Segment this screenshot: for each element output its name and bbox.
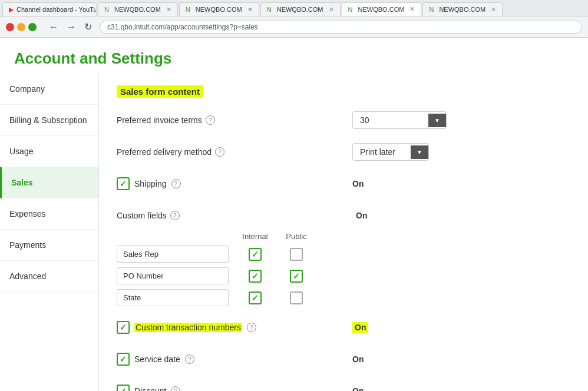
browser-bar: ← → ↻ c31.qbo.intuit.com/app/accountsett…: [0, 16, 588, 38]
discount-checkbox[interactable]: [117, 385, 130, 391]
delivery-method-select[interactable]: Print later ▼: [352, 143, 429, 161]
page-title: Account and Settings: [0, 38, 588, 74]
sidebar-item-expenses[interactable]: Expenses: [0, 198, 98, 230]
internal-column-header: Internal: [234, 232, 276, 241]
custom-fields-section: Custom fields ? On Internal Public: [117, 205, 570, 306]
service-date-checkbox-group: Service date ?: [117, 353, 352, 366]
preferred-invoice-terms-help-icon[interactable]: ?: [206, 115, 215, 125]
sidebar-item-billing[interactable]: Billing & Subscription: [0, 105, 98, 136]
sidebar: Company Billing & Subscription Usage Sal…: [0, 74, 99, 391]
service-date-label: Service date: [134, 354, 180, 364]
browser-tab-2[interactable]: N NEWQBO.COM ✕: [98, 2, 178, 16]
shipping-checkbox-group: Shipping ?: [117, 177, 352, 190]
custom-field-name-input-1[interactable]: [117, 246, 229, 263]
preferred-delivery-method-text: Preferred delivery method: [117, 147, 212, 157]
custom-field-row-2: [117, 267, 570, 284]
refresh-button[interactable]: ↻: [81, 20, 95, 34]
page-content: Account and Settings Company Billing & S…: [0, 38, 588, 391]
favicon-4: N: [267, 6, 274, 13]
content-area: Sales form content Preferred invoice ter…: [99, 74, 588, 391]
tab-label-5: NEWQBO.COM: [358, 6, 405, 13]
sales-rep-public-cell: [276, 248, 317, 261]
sidebar-item-company[interactable]: Company: [0, 74, 98, 105]
browser-tab-3[interactable]: N NEWQBO.COM ✕: [179, 2, 259, 16]
shipping-checkbox[interactable]: [117, 177, 130, 190]
state-public-checkbox[interactable]: [290, 291, 303, 304]
sales-rep-internal-checkbox[interactable]: [249, 248, 262, 261]
preferred-invoice-terms-text: Preferred invoice terms: [117, 115, 202, 125]
sidebar-item-usage[interactable]: Usage: [0, 136, 98, 167]
preferred-invoice-terms-row: Preferred invoice terms ? 30 ▼: [117, 110, 570, 131]
favicon-6: N: [429, 6, 436, 13]
custom-transaction-numbers-row: Custom transaction numbers ? On: [117, 317, 570, 338]
sidebar-item-payments[interactable]: Payments: [0, 230, 98, 261]
sales-rep-public-checkbox[interactable]: [290, 248, 303, 261]
po-number-public-cell: [276, 270, 317, 283]
po-number-internal-checkbox[interactable]: [249, 270, 262, 283]
preferred-delivery-method-row: Preferred delivery method ? Print later …: [117, 141, 570, 163]
custom-transaction-numbers-checkbox[interactable]: [117, 321, 130, 334]
section-header: Sales form content: [117, 85, 203, 98]
shipping-status: On: [352, 179, 399, 188]
tab-label-4: NEWQBO.COM: [277, 6, 323, 13]
sales-rep-internal-cell: [234, 248, 276, 261]
address-bar[interactable]: c31.qbo.intuit.com/app/accountsettings?p…: [100, 21, 582, 34]
public-column-header: Public: [276, 232, 317, 241]
po-number-public-checkbox[interactable]: [290, 270, 303, 283]
minimize-button-dot[interactable]: [17, 23, 25, 31]
favicon-2: N: [104, 6, 111, 13]
nav-buttons: ← → ↻: [46, 20, 95, 34]
custom-field-row-3: [117, 289, 570, 306]
tab-label-6: NEWQBO.COM: [439, 6, 485, 13]
close-tab-6[interactable]: ✕: [491, 6, 496, 14]
back-button[interactable]: ←: [46, 21, 61, 34]
custom-fields-label: Custom fields: [117, 211, 167, 220]
custom-fields-header-row: Custom fields ? On: [117, 205, 570, 226]
close-tab-4[interactable]: ✕: [329, 6, 334, 14]
custom-fields-help-icon[interactable]: ?: [170, 211, 180, 220]
state-public-cell: [276, 291, 317, 304]
sidebar-item-sales[interactable]: Sales: [0, 167, 98, 198]
service-date-checkbox[interactable]: [117, 353, 130, 366]
favicon-5: N: [348, 6, 355, 13]
close-button-dot[interactable]: [6, 23, 14, 31]
fields-table-header: Internal Public: [117, 232, 570, 241]
custom-txn-checkbox-group: Custom transaction numbers ?: [117, 321, 352, 334]
delivery-method-arrow-icon[interactable]: ▼: [411, 145, 428, 159]
shipping-help-icon[interactable]: ?: [171, 179, 181, 188]
custom-fields-status: On: [356, 211, 403, 220]
tab-label-2: NEWQBO.COM: [114, 6, 161, 13]
custom-transaction-numbers-status: On: [352, 323, 399, 332]
custom-field-name-input-3[interactable]: [117, 289, 229, 306]
tab-label-3: NEWQBO.COM: [196, 6, 242, 13]
preferred-delivery-method-label: Preferred delivery method ?: [117, 147, 352, 157]
forward-button[interactable]: →: [64, 21, 79, 34]
browser-tab-5[interactable]: N NEWQBO.COM ✕: [342, 2, 422, 16]
state-internal-cell: [234, 291, 276, 304]
browser-tab-6[interactable]: N NEWQBO.COM ✕: [422, 2, 503, 16]
maximize-button-dot[interactable]: [28, 23, 37, 31]
custom-transaction-numbers-help-icon[interactable]: ?: [247, 323, 256, 332]
browser-tabs: ▶ Channel dashboard - YouTube S... ✕ N N…: [0, 0, 588, 16]
custom-field-name-2-cell: [117, 267, 234, 284]
close-tab-2[interactable]: ✕: [166, 6, 171, 14]
close-tab-5[interactable]: ✕: [409, 5, 415, 13]
browser-tab-1[interactable]: ▶ Channel dashboard - YouTube S... ✕: [2, 2, 97, 16]
invoice-terms-select[interactable]: 30 ▼: [352, 111, 447, 129]
discount-help-icon[interactable]: ?: [171, 386, 180, 391]
sidebar-item-advanced[interactable]: Advanced: [0, 261, 98, 292]
discount-status: On: [352, 386, 399, 391]
custom-field-name-input-2[interactable]: [117, 267, 229, 284]
state-internal-checkbox[interactable]: [249, 291, 262, 304]
custom-fields-table: Internal Public: [117, 232, 570, 306]
discount-row: Discount ? On: [117, 380, 570, 391]
service-date-help-icon[interactable]: ?: [185, 354, 194, 364]
browser-tab-4[interactable]: N NEWQBO.COM ✕: [260, 2, 341, 16]
favicon-1: ▶: [9, 6, 14, 13]
close-tab-3[interactable]: ✕: [247, 6, 253, 14]
discount-checkbox-group: Discount ?: [117, 385, 352, 391]
invoice-terms-arrow-icon[interactable]: ▼: [428, 114, 446, 127]
preferred-delivery-help-icon[interactable]: ?: [215, 147, 224, 157]
custom-transaction-numbers-label: Custom transaction numbers: [134, 323, 242, 332]
delivery-method-value: Print later: [353, 144, 411, 160]
